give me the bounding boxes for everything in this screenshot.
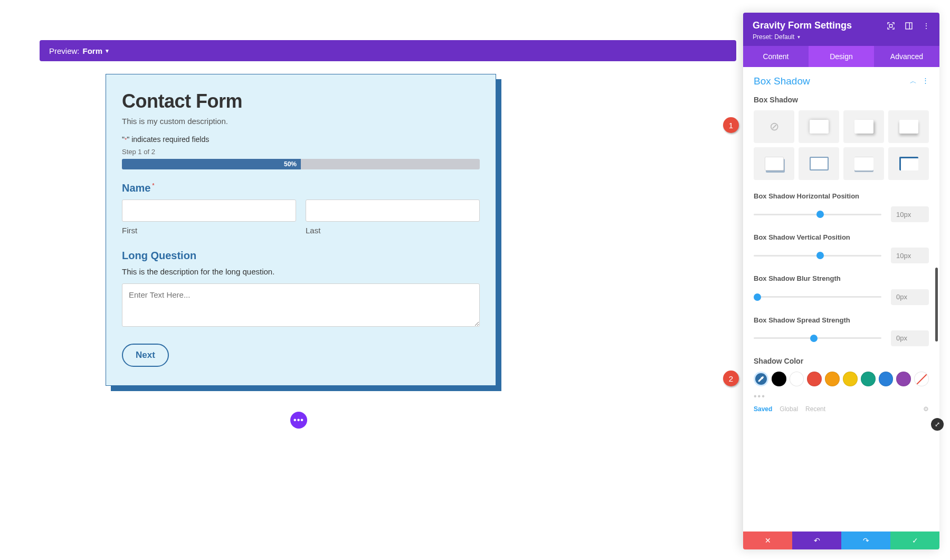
horiz-value[interactable]: 10px bbox=[891, 206, 929, 222]
color-black[interactable] bbox=[772, 372, 786, 386]
shadow-preset-4[interactable] bbox=[754, 147, 794, 180]
required-asterisk: * bbox=[152, 183, 154, 188]
undo-icon: ↶ bbox=[814, 536, 820, 545]
color-teal[interactable] bbox=[861, 372, 876, 386]
form-preview: Contact Form This is my custom descripti… bbox=[106, 74, 496, 386]
undo-button[interactable]: ↶ bbox=[792, 531, 841, 549]
required-note: "*" indicates required fields bbox=[122, 135, 480, 144]
blur-slider[interactable] bbox=[754, 296, 881, 298]
confirm-button[interactable]: ✓ bbox=[890, 531, 939, 549]
layout-icon[interactable] bbox=[905, 22, 913, 30]
panel-body: Box Shadow ︿ ⋮ Box Shadow ⊘ Box Shadow H… bbox=[743, 67, 939, 531]
gear-icon[interactable]: ⚙ bbox=[923, 405, 929, 413]
kebab-icon[interactable]: ⋮ bbox=[923, 22, 930, 30]
tab-content[interactable]: Content bbox=[743, 46, 809, 67]
first-sublabel: First bbox=[122, 226, 296, 235]
close-button[interactable]: ✕ bbox=[743, 531, 792, 549]
chevron-down-icon: ▼ bbox=[796, 35, 801, 40]
color-red[interactable] bbox=[807, 372, 822, 386]
more-dots-icon[interactable]: ••• bbox=[754, 392, 929, 401]
vert-value[interactable]: 10px bbox=[891, 248, 929, 263]
panel-header: Gravity Form Settings ⋮ Preset: Default … bbox=[743, 13, 939, 46]
section-title[interactable]: Box Shadow bbox=[754, 75, 810, 87]
kebab-icon[interactable]: ⋮ bbox=[922, 77, 929, 86]
scrollbar[interactable] bbox=[935, 268, 938, 341]
color-yellow[interactable] bbox=[843, 372, 858, 386]
horiz-label: Box Shadow Horizontal Position bbox=[754, 192, 929, 201]
panel-footer: ✕ ↶ ↷ ✓ bbox=[743, 531, 939, 549]
blur-label: Box Shadow Blur Strength bbox=[754, 274, 929, 283]
spread-slider[interactable] bbox=[754, 337, 881, 339]
shadow-none[interactable]: ⊘ bbox=[754, 110, 794, 143]
box-shadow-label: Box Shadow bbox=[754, 96, 929, 104]
shadow-preset-5[interactable] bbox=[799, 147, 839, 180]
progress-fill: 50% bbox=[122, 159, 301, 169]
close-icon: ✕ bbox=[765, 536, 771, 545]
blur-value[interactable]: 0px bbox=[891, 289, 929, 305]
tab-advanced[interactable]: Advanced bbox=[874, 46, 939, 67]
none-icon: ⊘ bbox=[770, 120, 779, 134]
badge-2: 2 bbox=[723, 371, 739, 386]
step-label: Step 1 of 2 bbox=[122, 148, 480, 156]
badge-1: 1 bbox=[723, 117, 739, 133]
name-label: Name* bbox=[122, 182, 480, 194]
preview-label: Preview: bbox=[49, 46, 80, 55]
color-white[interactable] bbox=[790, 372, 804, 386]
spread-value[interactable]: 0px bbox=[891, 330, 929, 346]
svg-rect-1 bbox=[906, 23, 912, 29]
form-container: Contact Form This is my custom descripti… bbox=[106, 74, 496, 386]
svg-rect-0 bbox=[889, 24, 892, 27]
color-swatches bbox=[754, 372, 929, 386]
form-description: This is my custom description. bbox=[122, 117, 480, 126]
long-question-label: Long Question bbox=[122, 250, 480, 262]
long-question-desc: This is the description for the long que… bbox=[122, 267, 480, 276]
color-tab-saved[interactable]: Saved bbox=[754, 405, 772, 413]
color-transparent[interactable] bbox=[914, 372, 929, 386]
horiz-slider[interactable] bbox=[754, 214, 881, 215]
preview-bar: Preview: Form ▼ bbox=[40, 40, 736, 61]
shadow-preset-6[interactable] bbox=[843, 147, 884, 180]
vert-label: Box Shadow Vertical Position bbox=[754, 233, 929, 242]
panel-tabs: Content Design Advanced bbox=[743, 46, 939, 67]
vert-slider[interactable] bbox=[754, 255, 881, 257]
color-orange[interactable] bbox=[825, 372, 840, 386]
shadow-preset-3[interactable] bbox=[888, 110, 929, 143]
settings-panel: Gravity Form Settings ⋮ Preset: Default … bbox=[743, 13, 939, 549]
color-blue[interactable] bbox=[879, 372, 894, 386]
preset-dropdown[interactable]: Preset: Default ▼ bbox=[753, 33, 930, 41]
shadow-preset-7[interactable] bbox=[888, 147, 929, 180]
last-name-input[interactable] bbox=[306, 200, 480, 222]
redo-button[interactable]: ↷ bbox=[841, 531, 890, 549]
progress-bar: 50% bbox=[122, 159, 480, 169]
focus-icon[interactable] bbox=[887, 22, 895, 30]
last-sublabel: Last bbox=[306, 226, 480, 235]
color-tab-global[interactable]: Global bbox=[780, 405, 798, 413]
check-icon: ✓ bbox=[912, 536, 918, 545]
redo-icon: ↷ bbox=[863, 536, 869, 545]
more-fab[interactable]: ••• bbox=[290, 412, 307, 429]
expand-fab[interactable]: ⤢ bbox=[931, 418, 944, 431]
long-question-textarea[interactable] bbox=[122, 283, 480, 327]
expand-icon: ⤢ bbox=[935, 421, 940, 428]
eyedropper-button[interactable] bbox=[754, 372, 768, 386]
color-tabs: Saved Global Recent ⚙ bbox=[754, 405, 929, 413]
collapse-icon[interactable]: ︿ bbox=[910, 77, 917, 86]
shadow-preset-2[interactable] bbox=[843, 110, 884, 143]
chevron-down-icon: ▼ bbox=[104, 48, 110, 54]
preview-dropdown[interactable]: Form ▼ bbox=[83, 46, 110, 55]
first-name-input[interactable] bbox=[122, 200, 296, 222]
shadow-color-label: Shadow Color bbox=[754, 357, 929, 365]
tab-design[interactable]: Design bbox=[809, 46, 874, 67]
spread-label: Box Shadow Spread Strength bbox=[754, 316, 929, 325]
shadow-presets: ⊘ bbox=[754, 110, 929, 180]
shadow-preset-1[interactable] bbox=[799, 110, 839, 143]
form-title: Contact Form bbox=[122, 90, 480, 112]
panel-title: Gravity Form Settings bbox=[753, 20, 852, 31]
dots-icon: ••• bbox=[293, 415, 304, 425]
next-button[interactable]: Next bbox=[122, 344, 169, 367]
color-tab-recent[interactable]: Recent bbox=[805, 405, 825, 413]
color-purple[interactable] bbox=[896, 372, 911, 386]
